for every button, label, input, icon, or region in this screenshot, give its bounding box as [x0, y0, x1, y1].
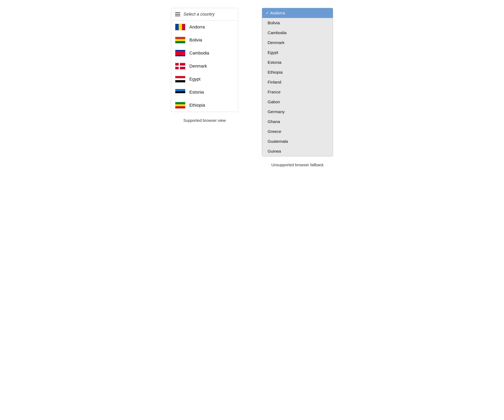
custom-dropdown-inner[interactable]: AndorraBoliviaCambodiaDenmarkEgyptEstoni…	[171, 21, 238, 112]
country-name: Bolivia	[189, 38, 202, 43]
list-item[interactable]: Estonia	[262, 58, 333, 67]
list-item[interactable]: Ethiopia	[262, 67, 333, 77]
list-item[interactable]: France	[262, 87, 333, 97]
flag-denmark	[175, 63, 185, 70]
custom-dropdown: AndorraBoliviaCambodiaDenmarkEgyptEstoni…	[171, 21, 238, 112]
list-item[interactable]: Ethiopia	[171, 99, 238, 112]
flag-andorra	[175, 24, 185, 30]
country-name: Andorra	[189, 24, 205, 30]
list-item[interactable]: Finland	[262, 77, 333, 87]
list-item[interactable]: Denmark	[171, 60, 238, 73]
native-select[interactable]: AndorraBoliviaCambodiaDenmarkEgyptEstoni…	[262, 8, 333, 156]
flag-ethiopia	[175, 102, 185, 109]
country-name: Cambodia	[189, 51, 209, 56]
right-panel: AndorraBoliviaCambodiaDenmarkEgyptEstoni…	[262, 8, 333, 167]
flag-cambodia	[175, 50, 185, 57]
list-item[interactable]: Germany	[262, 107, 333, 117]
list-item[interactable]: Bolivia	[171, 34, 238, 47]
custom-select-trigger[interactable]: Select a country	[171, 8, 238, 21]
page-wrapper: Select a country AndorraBoliviaCambodiaD…	[171, 8, 333, 167]
list-item[interactable]: Cambodia	[171, 47, 238, 60]
flag-estonia	[175, 89, 185, 96]
list-item[interactable]: Bolivia	[262, 18, 333, 28]
list-item[interactable]: Egypt	[262, 48, 333, 58]
custom-select-container: Select a country AndorraBoliviaCambodiaD…	[171, 8, 238, 112]
flag-egypt	[175, 76, 185, 82]
right-panel-label: Unsupported browser fallback	[271, 163, 324, 167]
list-item[interactable]: Denmark	[262, 38, 333, 48]
flag-bolivia	[175, 37, 185, 43]
country-name: Egypt	[189, 77, 200, 82]
hamburger-icon	[175, 12, 180, 16]
list-item[interactable]: Estonia	[171, 86, 238, 99]
list-item[interactable]: Greece	[262, 127, 333, 136]
list-item[interactable]: Guinea	[262, 146, 333, 156]
left-panel: Select a country AndorraBoliviaCambodiaD…	[171, 8, 238, 123]
list-item[interactable]: Gabon	[262, 97, 333, 107]
trigger-label: Select a country	[183, 12, 215, 17]
country-name: Estonia	[189, 90, 204, 95]
left-panel-label: Supported browser view	[183, 118, 226, 123]
native-select-container: AndorraBoliviaCambodiaDenmarkEgyptEstoni…	[262, 8, 333, 156]
country-name: Ethiopia	[189, 103, 205, 108]
list-item[interactable]: Guatemala	[262, 136, 333, 146]
list-item[interactable]: Andorra	[262, 8, 333, 18]
list-item[interactable]: Ghana	[262, 117, 333, 127]
list-item[interactable]: Cambodia	[262, 28, 333, 38]
list-item[interactable]: Egypt	[171, 73, 238, 86]
list-item[interactable]: Andorra	[171, 21, 238, 34]
country-name: Denmark	[189, 64, 207, 69]
